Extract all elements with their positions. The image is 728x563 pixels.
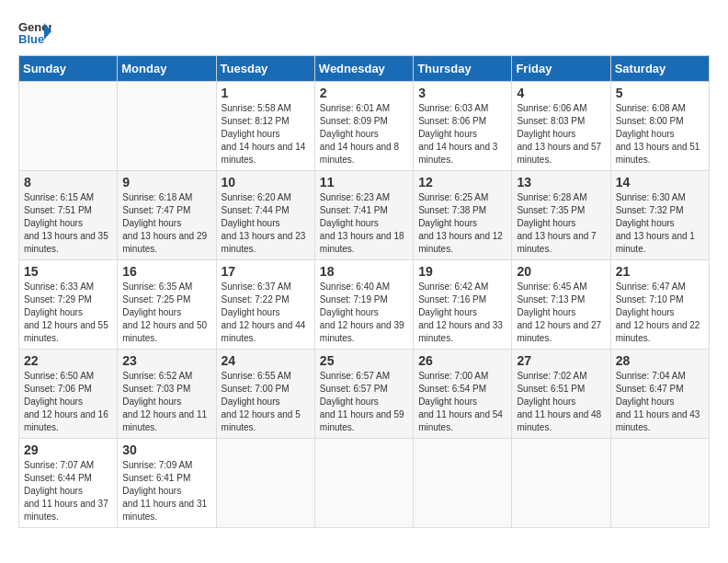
day-number: 25: [320, 353, 408, 368]
day-number: 8: [24, 175, 112, 190]
day-number: 4: [517, 86, 605, 100]
page-header: General Blue: [18, 18, 710, 46]
calendar-day: [512, 439, 610, 528]
day-number: 13: [517, 175, 605, 190]
day-number: 19: [418, 264, 506, 279]
calendar-day: 30 Sunrise: 7:09 AM Sunset: 6:41 PM Dayl…: [118, 439, 216, 528]
day-number: 22: [24, 353, 112, 368]
day-info: Sunrise: 6:03 AM Sunset: 8:06 PM Dayligh…: [418, 102, 506, 167]
day-number: 11: [320, 175, 408, 190]
calendar-day: [19, 82, 118, 171]
calendar-day: 16 Sunrise: 6:35 AM Sunset: 7:25 PM Dayl…: [118, 260, 216, 350]
calendar-day: 4 Sunrise: 6:06 AM Sunset: 8:03 PM Dayli…: [512, 82, 610, 171]
day-info: Sunrise: 6:57 AM Sunset: 6:57 PM Dayligh…: [320, 370, 408, 434]
day-number: 2: [320, 86, 408, 100]
calendar-table: SundayMondayTuesdayWednesdayThursdayFrid…: [18, 55, 710, 528]
day-info: Sunrise: 6:42 AM Sunset: 7:16 PM Dayligh…: [418, 281, 506, 345]
day-info: Sunrise: 7:00 AM Sunset: 6:54 PM Dayligh…: [418, 370, 506, 434]
day-number: 9: [122, 175, 210, 190]
logo-icon: General Blue: [18, 18, 51, 46]
calendar-week-row: 15 Sunrise: 6:33 AM Sunset: 7:29 PM Dayl…: [19, 260, 710, 350]
day-info: Sunrise: 6:40 AM Sunset: 7:19 PM Dayligh…: [320, 281, 408, 345]
calendar-day: 11 Sunrise: 6:23 AM Sunset: 7:41 PM Dayl…: [314, 171, 413, 260]
day-number: 26: [418, 353, 506, 368]
day-number: 23: [122, 353, 210, 368]
calendar-day: 17 Sunrise: 6:37 AM Sunset: 7:22 PM Dayl…: [216, 260, 314, 350]
weekday-header: Saturday: [610, 56, 709, 82]
day-info: Sunrise: 6:25 AM Sunset: 7:38 PM Dayligh…: [418, 191, 506, 256]
day-info: Sunrise: 6:23 AM Sunset: 7:41 PM Dayligh…: [320, 191, 408, 256]
day-info: Sunrise: 6:06 AM Sunset: 8:03 PM Dayligh…: [517, 102, 605, 167]
calendar-day: 22 Sunrise: 6:50 AM Sunset: 7:06 PM Dayl…: [19, 350, 118, 439]
weekday-header: Friday: [512, 56, 610, 82]
day-info: Sunrise: 6:15 AM Sunset: 7:51 PM Dayligh…: [24, 191, 112, 256]
calendar-day: 19 Sunrise: 6:42 AM Sunset: 7:16 PM Dayl…: [414, 260, 512, 350]
calendar-day: [314, 439, 413, 528]
calendar-day: [216, 439, 314, 528]
calendar-day: 28 Sunrise: 7:04 AM Sunset: 6:47 PM Dayl…: [610, 350, 709, 439]
calendar-day: 15 Sunrise: 6:33 AM Sunset: 7:29 PM Dayl…: [19, 260, 118, 350]
calendar-day: [118, 82, 216, 171]
calendar-day: [610, 439, 709, 528]
day-number: 3: [418, 86, 506, 100]
day-number: 17: [222, 264, 310, 279]
day-info: Sunrise: 6:35 AM Sunset: 7:25 PM Dayligh…: [122, 281, 210, 345]
calendar-day: 9 Sunrise: 6:18 AM Sunset: 7:47 PM Dayli…: [118, 171, 216, 260]
calendar-day: 18 Sunrise: 6:40 AM Sunset: 7:19 PM Dayl…: [314, 260, 413, 350]
day-info: Sunrise: 6:47 AM Sunset: 7:10 PM Dayligh…: [616, 281, 704, 345]
day-number: 20: [517, 264, 605, 279]
day-info: Sunrise: 6:01 AM Sunset: 8:09 PM Dayligh…: [320, 102, 408, 167]
day-number: 30: [122, 442, 210, 457]
calendar-header-row: SundayMondayTuesdayWednesdayThursdayFrid…: [19, 56, 710, 82]
svg-text:Blue: Blue: [18, 32, 44, 46]
day-number: 12: [418, 175, 506, 190]
calendar-day: 13 Sunrise: 6:28 AM Sunset: 7:35 PM Dayl…: [512, 171, 610, 260]
day-number: 5: [616, 86, 704, 100]
weekday-header: Sunday: [19, 56, 118, 82]
calendar-day: 12 Sunrise: 6:25 AM Sunset: 7:38 PM Dayl…: [414, 171, 512, 260]
day-number: 15: [24, 264, 112, 279]
weekday-header: Monday: [118, 56, 216, 82]
calendar-day: 14 Sunrise: 6:30 AM Sunset: 7:32 PM Dayl…: [610, 171, 709, 260]
calendar-day: 5 Sunrise: 6:08 AM Sunset: 8:00 PM Dayli…: [610, 82, 709, 171]
day-info: Sunrise: 6:20 AM Sunset: 7:44 PM Dayligh…: [222, 191, 310, 256]
day-info: Sunrise: 6:45 AM Sunset: 7:13 PM Dayligh…: [517, 281, 605, 345]
calendar-week-row: 8 Sunrise: 6:15 AM Sunset: 7:51 PM Dayli…: [19, 171, 710, 260]
weekday-header: Tuesday: [216, 56, 314, 82]
day-info: Sunrise: 6:37 AM Sunset: 7:22 PM Dayligh…: [222, 281, 310, 345]
day-number: 16: [122, 264, 210, 279]
day-info: Sunrise: 7:02 AM Sunset: 6:51 PM Dayligh…: [517, 370, 605, 434]
day-number: 24: [222, 353, 310, 368]
day-number: 28: [616, 353, 704, 368]
day-number: 21: [616, 264, 704, 279]
calendar-day: 27 Sunrise: 7:02 AM Sunset: 6:51 PM Dayl…: [512, 350, 610, 439]
day-info: Sunrise: 7:04 AM Sunset: 6:47 PM Dayligh…: [616, 370, 704, 434]
logo: General Blue: [18, 18, 51, 46]
day-info: Sunrise: 7:07 AM Sunset: 6:44 PM Dayligh…: [24, 459, 112, 523]
day-info: Sunrise: 6:50 AM Sunset: 7:06 PM Dayligh…: [24, 370, 112, 434]
day-info: Sunrise: 5:58 AM Sunset: 8:12 PM Dayligh…: [222, 102, 310, 167]
day-info: Sunrise: 6:30 AM Sunset: 7:32 PM Dayligh…: [616, 191, 704, 256]
calendar-week-row: 22 Sunrise: 6:50 AM Sunset: 7:06 PM Dayl…: [19, 350, 710, 439]
calendar-body: 1 Sunrise: 5:58 AM Sunset: 8:12 PM Dayli…: [19, 82, 710, 528]
day-info: Sunrise: 6:18 AM Sunset: 7:47 PM Dayligh…: [122, 191, 210, 256]
day-number: 29: [24, 442, 112, 457]
calendar-day: 8 Sunrise: 6:15 AM Sunset: 7:51 PM Dayli…: [19, 171, 118, 260]
day-info: Sunrise: 6:33 AM Sunset: 7:29 PM Dayligh…: [24, 281, 112, 345]
day-info: Sunrise: 6:28 AM Sunset: 7:35 PM Dayligh…: [517, 191, 605, 256]
calendar-day: 3 Sunrise: 6:03 AM Sunset: 8:06 PM Dayli…: [414, 82, 512, 171]
calendar-day: [414, 439, 512, 528]
calendar-week-row: 29 Sunrise: 7:07 AM Sunset: 6:44 PM Dayl…: [19, 439, 710, 528]
calendar-day: 29 Sunrise: 7:07 AM Sunset: 6:44 PM Dayl…: [19, 439, 118, 528]
weekday-header: Thursday: [414, 56, 512, 82]
calendar-day: 10 Sunrise: 6:20 AM Sunset: 7:44 PM Dayl…: [216, 171, 314, 260]
day-number: 10: [222, 175, 310, 190]
calendar-day: 20 Sunrise: 6:45 AM Sunset: 7:13 PM Dayl…: [512, 260, 610, 350]
day-info: Sunrise: 7:09 AM Sunset: 6:41 PM Dayligh…: [122, 459, 210, 523]
day-info: Sunrise: 6:08 AM Sunset: 8:00 PM Dayligh…: [616, 102, 704, 167]
calendar-day: 24 Sunrise: 6:55 AM Sunset: 7:00 PM Dayl…: [216, 350, 314, 439]
day-info: Sunrise: 6:55 AM Sunset: 7:00 PM Dayligh…: [222, 370, 310, 434]
day-number: 18: [320, 264, 408, 279]
day-number: 27: [517, 353, 605, 368]
calendar-day: 2 Sunrise: 6:01 AM Sunset: 8:09 PM Dayli…: [314, 82, 413, 171]
